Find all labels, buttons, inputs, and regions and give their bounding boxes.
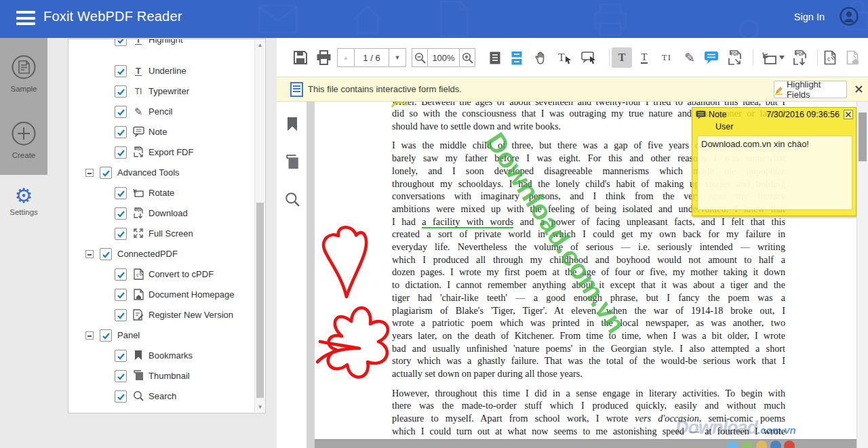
download-pdf-icon: PDF — [791, 50, 808, 66]
continuous-view-button[interactable] — [507, 47, 527, 68]
sign-in-link[interactable]: Sign In — [794, 12, 825, 22]
checkbox-convert-cpdf[interactable] — [115, 268, 127, 281]
down-arrow-icon: ▼ — [395, 54, 401, 61]
checkmark-icon — [116, 39, 126, 45]
highlight-fields-button[interactable]: Highlight Fields — [774, 81, 847, 98]
sidebar-item-create[interactable]: Create — [0, 121, 47, 159]
user-avatar-icon[interactable] — [840, 7, 859, 26]
note-tool-button[interactable] — [701, 47, 722, 68]
collapse-advanced-tools-icon[interactable] — [85, 169, 94, 177]
scroll-down-icon[interactable]: ▼ — [255, 402, 265, 412]
settings-row-highlight: T Highlight — [68, 39, 252, 50]
settings-row-download: PDF Download — [68, 203, 252, 224]
search-icon — [133, 390, 144, 401]
vertical-scrollbar-thumb[interactable] — [859, 113, 867, 161]
notification-close-button[interactable] — [852, 83, 865, 95]
search-panel-icon[interactable] — [285, 192, 300, 207]
hand-tool-button[interactable] — [530, 47, 551, 68]
rotate-button[interactable] — [759, 47, 786, 68]
vertical-scrollbar[interactable] — [856, 102, 868, 448]
checkbox-export-fdf[interactable] — [115, 146, 127, 159]
checkbox-thumbnail[interactable] — [115, 370, 127, 382]
checkbox-bookmarks[interactable] — [115, 350, 127, 362]
checkbox-highlight[interactable] — [115, 39, 127, 46]
checkmark-icon — [116, 128, 126, 137]
underline-tool-button[interactable]: T — [634, 47, 654, 68]
form-fields-notification: This file contains interactive form fiel… — [277, 77, 868, 102]
previous-page-button[interactable]: ▲ — [338, 49, 354, 66]
typewriter-tool-button[interactable]: TI — [656, 47, 677, 68]
settings-scrollbar-thumb[interactable] — [256, 203, 264, 398]
select-annotation-tool-button[interactable] — [578, 47, 599, 68]
zoom-in-button[interactable] — [460, 49, 475, 66]
toolbar-separator — [817, 49, 818, 66]
checkbox-connectedpdf[interactable] — [100, 248, 112, 260]
checkbox-pencil[interactable] — [115, 106, 127, 118]
checkbox-note[interactable] — [115, 126, 127, 138]
note-close-button[interactable] — [844, 110, 853, 119]
document-toolbar: ▲ 1 / 6 ▼ 100% T T T — [277, 38, 868, 77]
checkbox-download[interactable] — [115, 207, 127, 220]
app-title: Foxit WebPDF Reader — [43, 9, 182, 24]
create-label: Create — [0, 151, 47, 159]
sidebar-item-sample[interactable]: Sample — [0, 54, 47, 93]
pdf-text-line: there was the made-to-order stuff which … — [392, 399, 785, 412]
settings-row-register-new-version: Register New Version — [68, 305, 252, 325]
page-indicator[interactable]: 1 / 6 — [354, 49, 389, 66]
checkbox-typewriter[interactable] — [115, 85, 127, 98]
checkbox-panel[interactable] — [100, 329, 112, 342]
note-author: User — [715, 122, 733, 131]
print-button[interactable] — [313, 47, 334, 68]
checkmark-icon — [116, 372, 126, 381]
checkbox-document-homepage[interactable] — [115, 289, 127, 301]
green-underline-annotation[interactable]: a facility with words — [422, 216, 513, 228]
scroll-up-icon[interactable]: ▲ — [255, 40, 265, 50]
menu-icon[interactable] — [16, 11, 35, 27]
note-popup-header[interactable]: Note 7/30/2016 09:36:56 — [692, 108, 856, 121]
settings-row-rotate: Rotate — [68, 183, 252, 203]
note-popup[interactable]: Note 7/30/2016 09:36:56 User Download.co… — [692, 107, 856, 216]
checkbox-underline[interactable] — [115, 65, 127, 77]
settings-label-full-screen: Full Screen — [149, 228, 193, 239]
settings-scrollbar[interactable]: ▲ ▼ — [254, 40, 264, 412]
svg-text:c: c — [827, 56, 831, 62]
next-page-button[interactable]: ▼ — [389, 49, 406, 66]
settings-gear-icon: ⚙ — [0, 186, 47, 206]
svg-text:FDF: FDF — [731, 52, 740, 56]
highlight-tool-button[interactable]: T — [612, 47, 632, 68]
save-button[interactable] — [290, 47, 311, 68]
collapse-connectedpdf-icon[interactable] — [85, 250, 94, 258]
thumbnail-panel-icon[interactable] — [285, 155, 300, 169]
green-squiggle-annotation[interactable] — [391, 102, 408, 108]
checkmark-icon — [116, 148, 126, 157]
settings-row-bookmarks: Bookmarks — [68, 346, 252, 366]
pencil-tool-button[interactable]: ✎ — [679, 47, 700, 68]
checkbox-advanced-tools[interactable] — [100, 167, 112, 179]
checkbox-rotate[interactable] — [115, 187, 127, 199]
pdf-text-clipped-line: writer. Between the ages of about sevent… — [392, 102, 785, 107]
single-page-view-button[interactable] — [485, 47, 505, 68]
convert-to-cpdf-button[interactable]: c — [820, 47, 840, 68]
note-content-area[interactable]: Download.com.vn xin chào! — [697, 136, 852, 210]
sidebar-item-settings[interactable]: ⚙ Settings — [0, 186, 47, 216]
select-text-tool-button[interactable]: T — [555, 47, 575, 68]
pdf-text-line: which I could turn out at what now seems… — [392, 425, 785, 438]
settings-row-full-screen: Full Screen — [68, 224, 252, 244]
collapse-panel-icon[interactable] — [85, 331, 94, 340]
red-pencil-drawing[interactable] — [316, 222, 401, 392]
viewer-side-strip — [277, 102, 307, 448]
download-pdf-button[interactable]: PDF — [789, 47, 810, 68]
checkbox-search[interactable] — [115, 390, 127, 403]
export-fdf-button[interactable]: FDF — [724, 47, 745, 68]
zoom-out-button[interactable] — [412, 49, 427, 66]
bookmarks-panel-icon[interactable] — [285, 117, 300, 131]
close-icon — [846, 112, 851, 117]
close-icon — [855, 85, 863, 93]
settings-label-advanced-tools: Advanced Tools — [117, 167, 180, 178]
document-homepage-button[interactable] — [842, 47, 863, 68]
checkbox-register-new-version[interactable] — [115, 309, 127, 321]
checkbox-full-screen[interactable] — [115, 228, 127, 240]
settings-panel: T Highlight T Underline TI Typewriter ✎ … — [68, 39, 266, 413]
sample-label: Sample — [0, 85, 47, 93]
zoom-level[interactable]: 100% — [427, 49, 460, 66]
